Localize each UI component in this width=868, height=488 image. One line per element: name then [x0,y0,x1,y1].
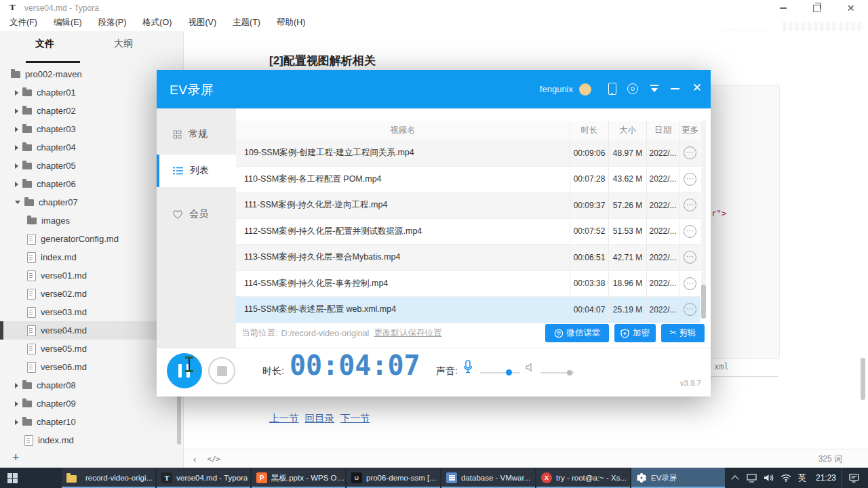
close-icon[interactable]: ✕ [847,3,855,13]
wifi-icon[interactable] [777,474,794,482]
new-file-button[interactable]: + [12,451,20,465]
tree-item-generatorconfig[interactable]: generatorConfig.md [0,230,183,248]
more-options-button[interactable]: ⋯ [684,225,696,238]
tree-item-verse01[interactable]: verse01.md [0,266,183,285]
tree-item-index-bottom[interactable]: index.md [0,431,183,449]
tree-item-chapter07[interactable]: chapter07 [0,193,183,211]
input-language-indicator[interactable]: 英 [794,472,810,484]
menu-help[interactable]: 帮助(H) [269,17,313,28]
taskbar-item-explorer[interactable]: record-video-origi... [62,468,155,488]
tree-item-verse03[interactable]: verse03.md [0,303,183,321]
col-size[interactable]: 大小 [608,121,646,140]
col-date[interactable]: 日期 [646,121,679,140]
taskbar-item-ev-active[interactable]: EV录屏 [631,468,725,488]
tree-item-chapter10[interactable]: chapter10 [0,413,183,431]
chevron-right-icon[interactable] [15,108,18,114]
mobile-icon[interactable] [608,83,616,95]
tab-outline[interactable]: 大纲 [114,38,133,50]
more-options-button[interactable]: ⋯ [684,199,696,211]
minimize-to-tray-icon[interactable] [650,85,658,93]
next-section-link[interactable]: 下一节 [340,413,370,424]
nav-general[interactable]: 常规 [157,118,236,150]
speaker-icon[interactable] [525,363,535,375]
tree-item-images[interactable]: images [0,211,183,230]
chevron-right-icon[interactable] [15,383,18,388]
computer-icon[interactable] [743,474,760,483]
table-scrollbar[interactable] [701,121,706,319]
table-row[interactable]: 110-SSM案例-各工程配置 POM.mp4 00:07:28 43.62 M… [236,167,701,193]
col-duration[interactable]: 时长 [570,121,608,140]
more-options-button[interactable]: ⋯ [684,251,696,264]
tree-item-chapter01[interactable]: chapter01 [0,83,183,102]
tree-item-chapter08[interactable]: chapter08 [0,376,183,394]
taskbar-item-vmware[interactable]: database - VMwar... [441,468,535,488]
tree-item-root[interactable]: pro002-maven [0,65,183,83]
change-location-link[interactable]: 更改默认保存位置 [374,327,441,339]
toc-link[interactable]: 回目录 [305,413,335,424]
chevron-right-icon[interactable] [15,145,18,150]
editor-scrollbar[interactable] [861,358,865,400]
microphone-icon[interactable] [463,360,473,376]
menu-paragraph[interactable]: 段落(P) [90,17,135,28]
chevron-down-icon[interactable] [15,201,20,204]
encrypt-button[interactable]: 加密 [614,324,656,342]
table-row[interactable]: 112-SSM案例-持久化层-配置并测试数据源.mp4 00:07:52 51.… [236,219,701,245]
menu-format[interactable]: 格式(O) [134,17,180,28]
pause-record-button[interactable] [167,353,202,388]
code-language-label[interactable]: xml [714,362,729,371]
menu-view[interactable]: 视图(V) [180,17,224,28]
menu-edit[interactable]: 编辑(E) [45,17,90,28]
tree-item-chapter06[interactable]: chapter06 [0,175,183,193]
table-row[interactable]: 109-SSM案例-创建工程-建立工程间关系.mp4 00:09:06 48.9… [236,140,701,167]
source-mode-icon[interactable]: </> [207,455,220,464]
col-video-name[interactable]: 视频名 [236,121,570,140]
menu-file[interactable]: 文件(F) [1,17,45,28]
tree-item-chapter02[interactable]: chapter02 [0,102,183,120]
tree-item-verse06[interactable]: verse06.md [0,358,183,376]
wechat-class-button[interactable]: 微信课堂 [545,324,609,342]
tree-item-chapter05[interactable]: chapter05 [0,157,183,175]
start-button[interactable] [0,468,25,488]
chevron-right-icon[interactable] [15,90,18,96]
tree-item-chapter09[interactable]: chapter09 [0,394,183,413]
settings-gear-icon[interactable] [627,83,638,94]
tree-item-index[interactable]: index.md [0,248,183,266]
mic-volume-handle[interactable] [506,369,512,375]
taskbar-item-wps[interactable]: P 黑板.pptx - WPS Of... [252,468,345,488]
tray-expand-icon[interactable] [726,474,743,482]
table-row[interactable]: 111-SSM案例-持久化层-逆向工程.mp4 00:09:37 57.26 M… [236,192,701,219]
clip-button[interactable]: ✂ 剪辑 [661,324,705,342]
chevron-right-icon[interactable] [15,163,18,169]
nav-list[interactable]: 列表 [157,155,236,187]
sidebar-toggle-icon[interactable]: ‹ [193,454,196,464]
minimize-icon[interactable] [780,7,787,9]
tree-item-verse05[interactable]: verse05.md [0,340,183,358]
chevron-right-icon[interactable] [15,127,18,132]
tree-item-chapter03[interactable]: chapter03 [0,120,183,138]
restore-icon[interactable] [813,5,821,12]
table-row[interactable]: 114-SSM案例-持久化层-事务控制.mp4 00:03:38 18.96 M… [236,271,701,298]
clock[interactable]: 21:23 [810,473,842,483]
chevron-right-icon[interactable] [15,420,18,425]
taskbar-item-typora[interactable]: T verse04.md - Typora [157,468,250,488]
chevron-right-icon[interactable] [15,401,18,407]
mic-volume-slider[interactable] [479,372,520,373]
table-row[interactable]: 113-SSM案例-持久化层-整合Mybatis.mp4 00:06:51 42… [236,245,701,271]
dialog-minimize-icon[interactable] [671,88,679,89]
action-center-icon[interactable] [842,468,865,488]
taskbar-item-idea[interactable]: IJ pro06-demo-ssm [... [347,468,440,488]
tab-files[interactable]: 文件 [35,38,54,50]
more-options-button[interactable]: ⋯ [684,146,696,159]
nav-member[interactable]: 会员 [157,198,236,230]
stop-record-button[interactable] [208,357,235,384]
col-more[interactable]: 更多 [679,121,701,140]
more-options-button[interactable]: ⋯ [684,277,696,290]
taskbar-item-xshell[interactable]: X try - root@a:~ - Xs... [536,468,630,488]
volume-icon[interactable] [760,474,777,482]
tree-item-verse04-selected[interactable]: verse04.md [0,321,183,340]
table-scrollbar-thumb[interactable] [701,285,706,319]
more-options-button[interactable]: ⋯ [684,303,696,316]
dialog-close-icon[interactable]: ✕ [692,82,702,94]
menu-theme[interactable]: 主题(T) [224,17,269,28]
username[interactable]: fengunix [540,84,573,94]
